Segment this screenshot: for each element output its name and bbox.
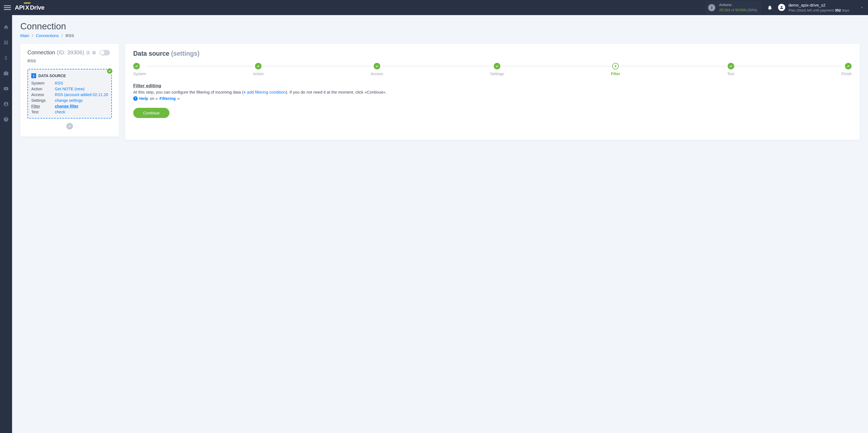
ds-access-label: Access xyxy=(31,92,55,97)
username: demo_apix-drive_s2 xyxy=(788,2,849,8)
ds-access-val[interactable]: RSS (account added 02.11.20 xyxy=(55,92,108,97)
logo-text-api: API xyxy=(15,4,24,11)
actions-total: 50'000 xyxy=(735,8,746,12)
notifications-icon[interactable] xyxy=(767,5,773,10)
notes-icon[interactable] xyxy=(86,51,90,55)
ds-test-val[interactable]: check xyxy=(55,110,65,114)
connection-toggle[interactable] xyxy=(99,50,110,55)
connection-title: Connection xyxy=(27,49,55,56)
plus-icon: + xyxy=(244,90,247,94)
step-filter[interactable]: Filter xyxy=(611,63,620,76)
step-access[interactable]: Access xyxy=(371,63,383,76)
actions-label: Actions: xyxy=(719,2,757,7)
ds-action-val[interactable]: Get NOTE (new) xyxy=(55,87,85,91)
step-test[interactable]: Test xyxy=(727,63,735,76)
top-header: APIXDrive i Actions: 25'163 of 50'000 (5… xyxy=(0,0,868,15)
user-menu[interactable]: demo_apix-drive_s2 Plan |Start| left unt… xyxy=(778,2,864,13)
chevron-down-icon[interactable] xyxy=(860,5,864,9)
actions-of: of xyxy=(731,8,734,12)
ds-system-label: System xyxy=(31,81,55,85)
sidebar-help-icon[interactable] xyxy=(0,115,12,124)
sidebar-connections-icon[interactable] xyxy=(0,38,12,47)
breadcrumb-current: RSS xyxy=(65,33,74,38)
menu-toggle-icon[interactable] xyxy=(4,4,11,11)
ds-settings-label: Settings xyxy=(31,98,55,103)
sidebar-services-icon[interactable] xyxy=(0,69,12,78)
sidebar-billing-icon[interactable] xyxy=(0,54,12,62)
plan-info: Plan |Start| left until payment 352 days xyxy=(788,8,849,13)
data-source-number: 1 xyxy=(31,73,36,78)
breadcrumb-main[interactable]: Main xyxy=(20,33,29,38)
connection-summary-card: Connection (ID: 39306) RSS 1 DATA SOURCE xyxy=(20,44,119,137)
user-avatar-icon xyxy=(778,4,785,11)
ds-settings-title: Data source (settings) xyxy=(133,50,851,57)
help-question-icon: ? xyxy=(133,96,137,101)
actions-counter[interactable]: i Actions: 25'163 of 50'000 (50%) xyxy=(706,1,762,14)
logo-text-drive: Drive xyxy=(30,4,44,11)
gear-icon[interactable] xyxy=(92,51,96,55)
main-content: Connection Main / Connections / RSS Conn… xyxy=(12,15,868,433)
info-icon: i xyxy=(708,4,715,11)
step-system[interactable]: System xyxy=(133,63,146,76)
wizard-stepper: System Action Access Settings Filter Tes… xyxy=(133,63,851,76)
step-finish[interactable]: Finish xyxy=(841,63,851,76)
help-row: ? Help on «Filtering» xyxy=(133,96,851,101)
filter-editing-title: Filter editing xyxy=(133,83,851,89)
add-filtering-condition-link[interactable]: add filtering condition xyxy=(247,90,286,94)
step-action[interactable]: Action xyxy=(253,63,264,76)
connection-id: (ID: 39306) xyxy=(57,49,84,56)
data-source-check-icon xyxy=(106,68,113,75)
breadcrumb-connections[interactable]: Connections xyxy=(36,33,59,38)
data-source-settings-card: Data source (settings) System Action Acc… xyxy=(125,44,860,140)
add-destination-button[interactable]: + xyxy=(66,123,73,129)
page-title: Connection xyxy=(20,21,860,32)
ds-filter-val[interactable]: change filter xyxy=(55,104,79,108)
step-settings[interactable]: Settings xyxy=(490,63,504,76)
ds-filter-label: Filter xyxy=(31,104,55,108)
data-source-box: 1 DATA SOURCE System RSS Action Get NOTE… xyxy=(27,69,112,119)
sidebar-home-icon[interactable] xyxy=(0,23,12,32)
app-logo[interactable]: APIXDrive xyxy=(15,4,44,11)
left-sidebar xyxy=(0,15,12,433)
sidebar-profile-icon[interactable] xyxy=(0,99,12,108)
sidebar-video-icon[interactable] xyxy=(0,84,12,93)
connection-subtitle: RSS xyxy=(27,58,112,65)
ds-settings-val[interactable]: change settings xyxy=(55,98,83,103)
logo-text-x: X xyxy=(24,4,30,11)
data-source-heading: DATA SOURCE xyxy=(38,74,66,78)
actions-pct: (50%) xyxy=(747,8,757,12)
help-topic-link[interactable]: Filtering xyxy=(160,96,176,101)
breadcrumb: Main / Connections / RSS xyxy=(20,33,860,38)
continue-button[interactable]: Continue xyxy=(133,108,169,118)
ds-system-val[interactable]: RSS xyxy=(55,81,63,85)
ds-test-label: Test xyxy=(31,110,55,114)
actions-used: 25'163 xyxy=(719,8,730,12)
filter-editing-desc: At this step, you can configure the filt… xyxy=(133,90,851,94)
help-link[interactable]: Help xyxy=(139,96,148,101)
ds-action-label: Action xyxy=(31,87,55,91)
